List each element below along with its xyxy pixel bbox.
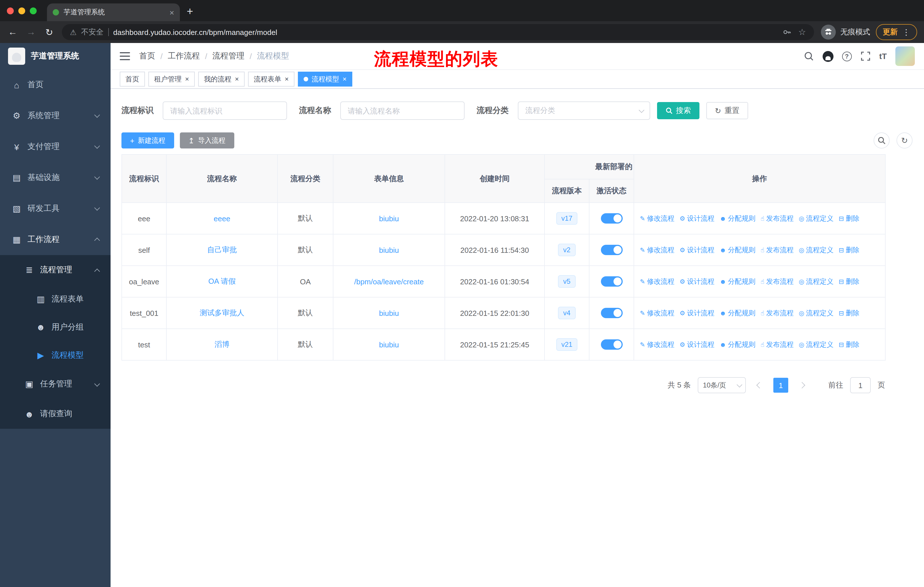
- form-info-link[interactable]: biubiu: [379, 309, 399, 317]
- action-assign-rule-link[interactable]: ☻分配规则: [719, 308, 755, 318]
- tag-view-4[interactable]: 流程模型×: [298, 72, 352, 86]
- sidebar-item-dev-tools[interactable]: ▧研发工具: [0, 193, 111, 224]
- page-number-1[interactable]: 1: [773, 378, 788, 393]
- security-label[interactable]: 不安全: [81, 27, 103, 37]
- back-icon[interactable]: ←: [7, 27, 18, 37]
- action-definition-link[interactable]: ◎流程定义: [799, 276, 833, 286]
- new-tab-button[interactable]: +: [187, 5, 193, 18]
- tag-view-3[interactable]: 流程表单×: [248, 72, 294, 86]
- form-info-link[interactable]: biubiu: [379, 340, 399, 349]
- key-icon[interactable]: [782, 28, 791, 37]
- form-info-link[interactable]: biubiu: [379, 246, 399, 254]
- sidebar-item-infrastructure[interactable]: ▤基础设施: [0, 162, 111, 193]
- breadcrumb-workflow[interactable]: 工作流程: [168, 51, 200, 61]
- action-design-link[interactable]: ⚙设计流程: [680, 308, 714, 318]
- reload-icon[interactable]: ↻: [43, 26, 55, 38]
- process-key-input[interactable]: [163, 101, 287, 120]
- action-assign-rule-link[interactable]: ☻分配规则: [719, 340, 755, 349]
- active-toggle[interactable]: [601, 213, 622, 223]
- close-window-button[interactable]: [7, 7, 14, 14]
- tab-close-icon[interactable]: ×: [170, 8, 174, 17]
- action-definition-link[interactable]: ◎流程定义: [799, 245, 833, 255]
- action-edit-link[interactable]: ✎修改流程: [640, 276, 674, 286]
- browser-tab[interactable]: 芋道管理系统 ×: [47, 3, 180, 21]
- action-publish-link[interactable]: ☝发布流程: [761, 308, 794, 318]
- sidebar-item-home[interactable]: ⌂首页: [0, 69, 111, 100]
- refresh-table-icon[interactable]: ↻: [896, 132, 912, 149]
- action-publish-link[interactable]: ☝发布流程: [761, 340, 794, 349]
- action-design-link[interactable]: ⚙设计流程: [680, 276, 714, 286]
- url-omnibox[interactable]: ⚠ 不安全 dashboard.yudao.iocoder.cn/bpm/man…: [62, 24, 814, 40]
- help-icon[interactable]: ?: [842, 51, 852, 61]
- process-name-link[interactable]: 自己审批: [207, 245, 237, 254]
- action-assign-rule-link[interactable]: ☻分配规则: [719, 276, 755, 286]
- import-process-button[interactable]: ↥ 导入流程: [180, 132, 234, 149]
- action-definition-link[interactable]: ◎流程定义: [799, 308, 833, 318]
- github-icon[interactable]: [823, 51, 833, 62]
- font-size-icon[interactable]: tT: [879, 51, 887, 61]
- breadcrumb-home[interactable]: 首页: [139, 51, 155, 61]
- active-toggle[interactable]: [601, 339, 622, 350]
- action-delete-link[interactable]: ⊟删除: [839, 276, 859, 286]
- sidebar-item-task-manage[interactable]: ▣任务管理: [0, 369, 111, 399]
- sidebar-item-process-manage[interactable]: ≣流程管理: [0, 255, 111, 285]
- active-toggle[interactable]: [601, 245, 622, 255]
- close-icon[interactable]: ×: [235, 76, 239, 83]
- sidebar-item-payment[interactable]: ¥支付管理: [0, 131, 111, 162]
- page-size-select[interactable]: 10条/页: [698, 377, 746, 393]
- reset-button[interactable]: ↻ 重置: [706, 102, 748, 119]
- action-edit-link[interactable]: ✎修改流程: [640, 245, 674, 255]
- sidebar-item-system[interactable]: ⚙系统管理: [0, 100, 111, 131]
- action-definition-link[interactable]: ◎流程定义: [799, 340, 833, 349]
- goto-page-input[interactable]: [850, 377, 871, 393]
- show-search-icon[interactable]: [874, 132, 889, 149]
- action-design-link[interactable]: ⚙设计流程: [680, 245, 714, 255]
- active-toggle[interactable]: [601, 276, 622, 287]
- form-info-link[interactable]: biubiu: [379, 214, 399, 223]
- sidebar-logo[interactable]: 芋道管理系统: [0, 43, 111, 69]
- action-edit-link[interactable]: ✎修改流程: [640, 213, 674, 223]
- bookmark-star-icon[interactable]: ☆: [798, 27, 806, 37]
- sidebar-item-process-form[interactable]: ▥流程表单: [0, 285, 111, 313]
- process-name-link[interactable]: OA 请假: [208, 277, 236, 286]
- sidebar-item-process-model[interactable]: ▶流程模型: [0, 341, 111, 369]
- tag-view-2[interactable]: 我的流程×: [198, 72, 244, 86]
- create-process-button[interactable]: + 新建流程: [121, 132, 174, 149]
- action-delete-link[interactable]: ⊟删除: [839, 308, 859, 318]
- action-definition-link[interactable]: ◎流程定义: [799, 213, 833, 223]
- close-icon[interactable]: ×: [185, 76, 189, 83]
- forward-icon[interactable]: →: [25, 27, 37, 37]
- action-delete-link[interactable]: ⊟删除: [839, 213, 859, 223]
- action-delete-link[interactable]: ⊟删除: [839, 340, 859, 349]
- tag-view-0[interactable]: 首页: [120, 72, 145, 86]
- active-toggle[interactable]: [601, 308, 622, 318]
- action-design-link[interactable]: ⚙设计流程: [680, 340, 714, 349]
- action-design-link[interactable]: ⚙设计流程: [680, 213, 714, 223]
- browser-update-button[interactable]: 更新 ⋮: [876, 24, 917, 40]
- next-page-button[interactable]: [795, 378, 809, 392]
- url-text[interactable]: dashboard.yudao.iocoder.cn/bpm/manager/m…: [113, 28, 778, 36]
- maximize-window-button[interactable]: [30, 7, 37, 14]
- process-name-input[interactable]: [340, 101, 465, 120]
- process-name-link[interactable]: 测试多审批人: [200, 308, 244, 317]
- search-icon[interactable]: [804, 51, 814, 61]
- close-icon[interactable]: ×: [285, 76, 289, 83]
- process-category-select[interactable]: 流程分类: [518, 101, 650, 120]
- action-publish-link[interactable]: ☝发布流程: [761, 245, 794, 255]
- action-edit-link[interactable]: ✎修改流程: [640, 308, 674, 318]
- action-edit-link[interactable]: ✎修改流程: [640, 340, 674, 349]
- search-button[interactable]: 搜索: [657, 102, 700, 119]
- action-delete-link[interactable]: ⊟删除: [839, 245, 859, 255]
- browser-menu-icon[interactable]: ⋮: [902, 28, 910, 37]
- fullscreen-icon[interactable]: [860, 51, 871, 61]
- process-name-link[interactable]: 滔博: [214, 340, 229, 349]
- action-publish-link[interactable]: ☝发布流程: [761, 213, 794, 223]
- close-icon[interactable]: ×: [343, 76, 346, 83]
- action-publish-link[interactable]: ☝发布流程: [761, 276, 794, 286]
- form-info-link[interactable]: /bpm/oa/leave/create: [354, 277, 424, 286]
- action-assign-rule-link[interactable]: ☻分配规则: [719, 245, 755, 255]
- tag-view-1[interactable]: 租户管理×: [148, 72, 195, 86]
- minimize-window-button[interactable]: [18, 7, 25, 14]
- sidebar-item-leave-query[interactable]: ☻请假查询: [0, 399, 111, 429]
- process-name-link[interactable]: eeee: [214, 214, 230, 223]
